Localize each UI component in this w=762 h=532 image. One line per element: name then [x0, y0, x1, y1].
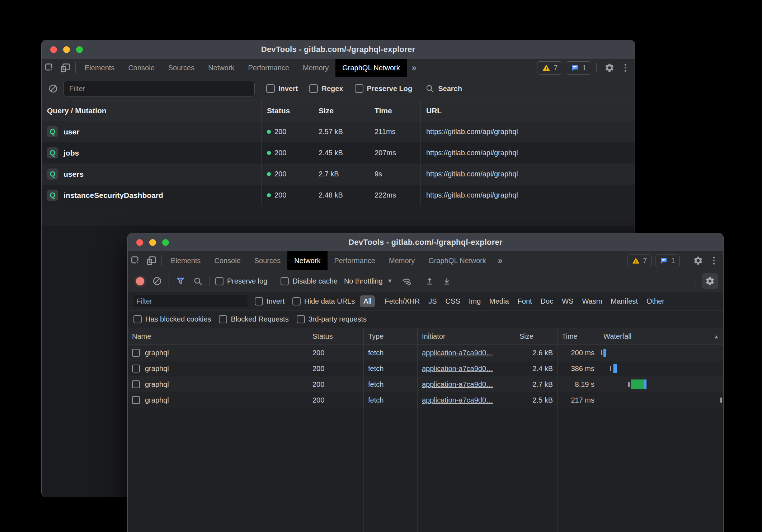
- settings-gear-icon[interactable]: [690, 256, 706, 266]
- initiator-link[interactable]: application-a7ca9d0…: [422, 396, 493, 404]
- column-header-name[interactable]: Name: [128, 328, 308, 345]
- tab-network[interactable]: Network: [287, 251, 327, 270]
- clear-button[interactable]: [150, 274, 164, 288]
- invert-checkbox[interactable]: [266, 84, 275, 93]
- inspect-element-icon[interactable]: [42, 59, 57, 77]
- blocked-requests-checkbox-group[interactable]: Blocked Requests: [219, 315, 288, 323]
- tab-memory[interactable]: Memory: [382, 251, 422, 270]
- titlebar[interactable]: DevTools - gitlab.com/-/graphql-explorer: [128, 233, 723, 251]
- type-filter-all[interactable]: All: [360, 295, 375, 307]
- clear-icon[interactable]: [48, 84, 58, 94]
- has-blocked-cookies-checkbox-group[interactable]: Has blocked cookies: [133, 315, 211, 323]
- more-options-icon[interactable]: [710, 257, 719, 265]
- issues-badge[interactable]: 1: [655, 255, 679, 267]
- network-request-row[interactable]: graphql 200 fetch application-a7ca9d0… 2…: [128, 376, 723, 392]
- search-control[interactable]: Search: [425, 84, 462, 93]
- device-toolbar-icon[interactable]: [57, 59, 73, 77]
- tab-network[interactable]: Network: [201, 59, 241, 77]
- inspect-element-icon[interactable]: [128, 251, 144, 270]
- tab-elements[interactable]: Elements: [164, 251, 207, 270]
- preserve-log-checkbox[interactable]: [215, 277, 224, 285]
- column-header-type[interactable]: Type: [363, 328, 417, 345]
- table-row[interactable]: Qusers 200 2.7 kB 9s https://gitlab.com/…: [42, 163, 635, 185]
- row-checkbox[interactable]: [132, 365, 140, 372]
- table-row[interactable]: Qjobs 200 2.45 kB 207ms https://gitlab.c…: [42, 142, 635, 163]
- regex-checkbox-group[interactable]: Regex: [309, 84, 343, 93]
- tab-sources[interactable]: Sources: [161, 59, 201, 77]
- tab-graphql-network[interactable]: GraphQL Network: [422, 251, 493, 270]
- table-row[interactable]: QinstanceSecurityDashboard 200 2.48 kB 2…: [42, 185, 635, 206]
- filter-toggle-button[interactable]: [173, 274, 188, 288]
- third-party-requests-checkbox-group[interactable]: 3rd-party requests: [297, 315, 367, 323]
- blocked-requests-checkbox[interactable]: [219, 315, 227, 323]
- row-checkbox[interactable]: [132, 349, 140, 357]
- hide-data-urls-checkbox[interactable]: [292, 297, 301, 305]
- type-filter-wasm[interactable]: Wasm: [578, 295, 606, 307]
- column-header-initiator[interactable]: Initiator: [417, 328, 515, 345]
- column-header-size[interactable]: Size: [313, 100, 369, 121]
- invert-checkbox-group[interactable]: Invert: [255, 297, 284, 305]
- column-header-time[interactable]: Time: [557, 328, 599, 345]
- more-tabs-icon[interactable]: »: [407, 59, 422, 77]
- titlebar[interactable]: DevTools - gitlab.com/-/graphql-explorer: [42, 40, 635, 59]
- record-button[interactable]: [133, 274, 147, 288]
- invert-checkbox[interactable]: [255, 297, 263, 305]
- initiator-link[interactable]: application-a7ca9d0…: [422, 365, 493, 373]
- tab-console[interactable]: Console: [121, 59, 161, 77]
- tab-elements[interactable]: Elements: [78, 59, 121, 77]
- search-button[interactable]: [190, 274, 205, 288]
- export-har-button[interactable]: [440, 274, 454, 288]
- tab-sources[interactable]: Sources: [248, 251, 287, 270]
- type-filter-ws[interactable]: WS: [558, 295, 577, 307]
- network-filter-input[interactable]: [133, 295, 248, 307]
- type-filter-fetch-xhr[interactable]: Fetch/XHR: [381, 295, 423, 307]
- third-party-requests-checkbox[interactable]: [297, 315, 305, 323]
- settings-gear-icon[interactable]: [602, 63, 617, 73]
- network-request-row[interactable]: graphql 200 fetch application-a7ca9d0… 2…: [128, 345, 723, 361]
- preserve-log-checkbox-group[interactable]: Preserve Log: [355, 84, 413, 93]
- throttling-dropdown[interactable]: No throttling ▼: [340, 277, 396, 285]
- column-header-status[interactable]: Status: [308, 328, 363, 345]
- regex-checkbox[interactable]: [309, 84, 318, 93]
- column-header-url[interactable]: URL: [420, 100, 635, 121]
- network-request-row[interactable]: graphql 200 fetch application-a7ca9d0… 2…: [128, 361, 723, 376]
- network-request-row[interactable]: graphql 200 fetch application-a7ca9d0… 2…: [128, 392, 723, 408]
- filter-input[interactable]: [63, 81, 255, 96]
- disable-cache-checkbox[interactable]: [281, 277, 289, 285]
- type-filter-js[interactable]: JS: [425, 295, 440, 307]
- type-filter-media[interactable]: Media: [486, 295, 512, 307]
- column-header-waterfall[interactable]: Waterfall ▲: [599, 328, 723, 345]
- type-filter-font[interactable]: Font: [514, 295, 536, 307]
- tab-graphql-network[interactable]: GraphQL Network: [335, 59, 406, 77]
- table-row[interactable]: Quser 200 2.57 kB 211ms https://gitlab.c…: [42, 121, 635, 142]
- network-settings-button[interactable]: [702, 273, 718, 289]
- issues-badge[interactable]: 1: [566, 61, 591, 75]
- warnings-badge[interactable]: 7: [537, 61, 562, 75]
- type-filter-img[interactable]: Img: [465, 295, 484, 307]
- tab-performance[interactable]: Performance: [241, 59, 296, 77]
- preserve-log-checkbox[interactable]: [355, 84, 363, 93]
- type-filter-doc[interactable]: Doc: [537, 295, 557, 307]
- type-filter-other[interactable]: Other: [643, 295, 668, 307]
- type-filter-manifest[interactable]: Manifest: [607, 295, 641, 307]
- network-conditions-button[interactable]: [399, 274, 414, 288]
- warnings-badge[interactable]: 7: [627, 255, 652, 267]
- column-header-query-mutation[interactable]: Query / Mutation: [42, 100, 261, 121]
- row-checkbox[interactable]: [132, 396, 140, 404]
- tab-console[interactable]: Console: [207, 251, 247, 270]
- invert-checkbox-group[interactable]: Invert: [266, 84, 298, 93]
- preserve-log-checkbox-group[interactable]: Preserve log: [215, 277, 267, 285]
- tab-memory[interactable]: Memory: [296, 59, 335, 77]
- disable-cache-checkbox-group[interactable]: Disable cache: [281, 277, 338, 285]
- more-tabs-icon[interactable]: »: [493, 251, 508, 270]
- import-har-button[interactable]: [423, 274, 437, 288]
- row-checkbox[interactable]: [132, 380, 140, 388]
- device-toolbar-icon[interactable]: [144, 251, 159, 270]
- hide-data-urls-checkbox-group[interactable]: Hide data URLs: [292, 297, 355, 305]
- tab-performance[interactable]: Performance: [328, 251, 382, 270]
- initiator-link[interactable]: application-a7ca9d0…: [422, 380, 493, 389]
- column-header-size[interactable]: Size: [515, 328, 557, 345]
- type-filter-css[interactable]: CSS: [442, 295, 464, 307]
- column-header-time[interactable]: Time: [369, 100, 420, 121]
- has-blocked-cookies-checkbox[interactable]: [133, 315, 142, 323]
